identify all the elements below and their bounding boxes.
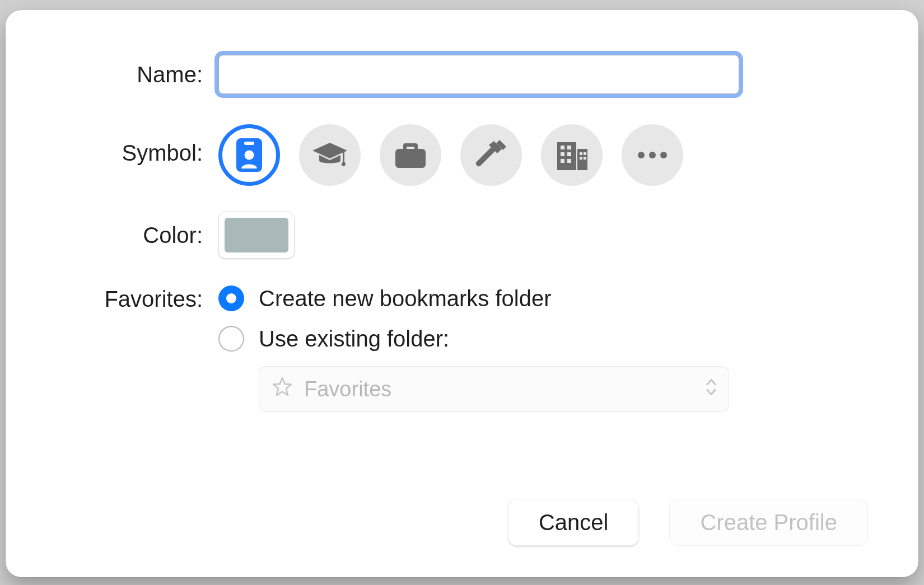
cancel-button[interactable]: Cancel xyxy=(508,499,640,546)
color-label: Color: xyxy=(56,223,218,247)
svg-point-4 xyxy=(342,162,346,166)
chevron-up-down-icon xyxy=(705,377,717,402)
id-badge-icon xyxy=(236,138,262,172)
favorites-row: Favorites: Create new bookmarks folder U… xyxy=(56,284,868,412)
existing-folder-select: Favorites xyxy=(259,366,729,412)
svg-point-19 xyxy=(649,152,656,158)
symbol-option-badge[interactable] xyxy=(218,124,280,186)
create-profile-dialog: Name: Symbol: xyxy=(6,10,918,577)
create-profile-button-label: Create Profile xyxy=(700,510,837,535)
svg-rect-16 xyxy=(580,157,582,160)
svg-point-2 xyxy=(245,151,254,160)
svg-point-20 xyxy=(660,152,667,158)
symbol-option-briefcase[interactable] xyxy=(380,124,441,186)
svg-rect-17 xyxy=(584,157,586,160)
ellipsis-icon xyxy=(636,151,669,159)
symbol-group xyxy=(218,120,683,186)
star-icon xyxy=(272,376,293,403)
symbol-option-building[interactable] xyxy=(541,124,603,186)
name-row: Name: xyxy=(56,55,868,94)
svg-rect-1 xyxy=(244,142,254,145)
color-swatch xyxy=(225,218,288,252)
svg-rect-5 xyxy=(395,149,426,168)
radio-checked-icon xyxy=(218,286,244,311)
symbol-option-graduation[interactable] xyxy=(299,124,361,186)
dialog-button-row: Cancel Create Profile xyxy=(508,499,868,546)
building-icon xyxy=(555,140,589,170)
hammer-icon xyxy=(475,139,507,171)
svg-point-18 xyxy=(638,152,645,158)
radio-unchecked-icon xyxy=(218,326,244,352)
symbol-option-hammer[interactable] xyxy=(460,124,522,186)
favorites-label: Favorites: xyxy=(56,284,218,311)
svg-rect-14 xyxy=(580,152,582,155)
favorites-use-existing-label: Use existing folder: xyxy=(259,326,449,352)
symbol-row: Symbol: xyxy=(56,120,868,186)
svg-rect-6 xyxy=(557,142,576,170)
existing-folder-value: Favorites xyxy=(304,377,391,401)
svg-rect-3 xyxy=(343,151,344,163)
svg-rect-11 xyxy=(567,152,571,156)
color-picker-button[interactable] xyxy=(218,212,295,259)
create-profile-button: Create Profile xyxy=(669,499,868,546)
svg-rect-10 xyxy=(561,152,564,156)
svg-rect-9 xyxy=(567,146,571,149)
svg-rect-8 xyxy=(561,146,564,149)
name-input[interactable] xyxy=(218,55,739,94)
name-label: Name: xyxy=(56,62,218,87)
briefcase-icon xyxy=(394,141,427,169)
favorites-create-new-label: Create new bookmarks folder xyxy=(259,286,551,311)
color-row: Color: xyxy=(56,212,868,259)
symbol-label: Symbol: xyxy=(56,141,218,165)
graduation-cap-icon xyxy=(311,142,348,169)
svg-rect-13 xyxy=(567,159,571,163)
symbol-option-more[interactable] xyxy=(622,124,683,186)
favorites-radio-use-existing[interactable]: Use existing folder: xyxy=(218,326,729,352)
cancel-button-label: Cancel xyxy=(539,510,609,535)
svg-rect-12 xyxy=(561,159,564,163)
favorites-options: Create new bookmarks folder Use existing… xyxy=(218,284,729,412)
favorites-radio-create-new[interactable]: Create new bookmarks folder xyxy=(218,286,729,311)
svg-rect-15 xyxy=(584,152,586,155)
